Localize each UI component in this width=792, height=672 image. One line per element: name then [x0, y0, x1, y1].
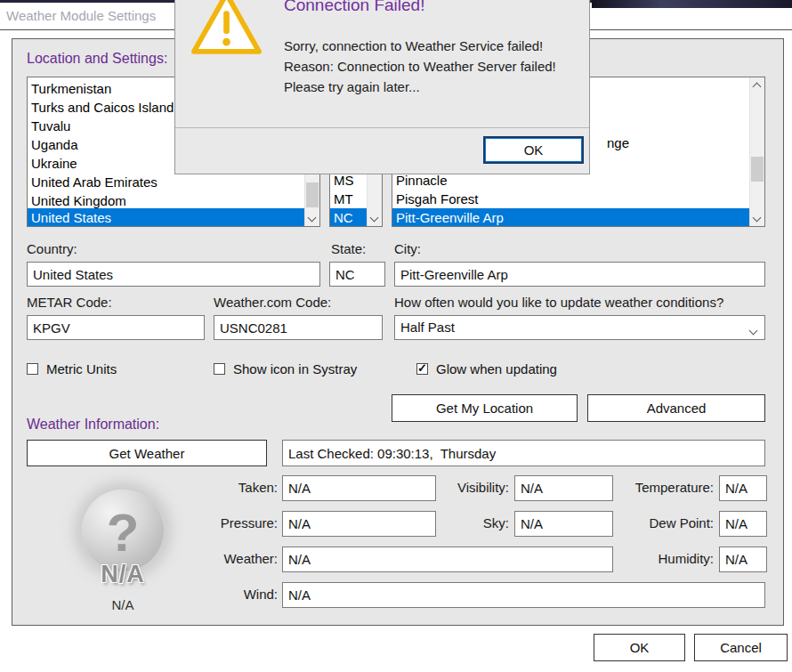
- checkbox-label: Metric Units: [46, 361, 117, 376]
- list-item[interactable]: Uganda: [28, 135, 78, 154]
- dew-point-label: Dew Point:: [614, 515, 714, 530]
- update-frequency-value: Half Past: [400, 320, 455, 335]
- temperature-field[interactable]: [719, 475, 767, 501]
- weather-field[interactable]: [282, 547, 613, 572]
- country-label: Country:: [27, 241, 77, 256]
- list-item[interactable]: MT: [330, 190, 353, 208]
- city-field[interactable]: [394, 262, 765, 287]
- visibility-label: Visibility:: [409, 480, 509, 495]
- temperature-label: Temperature:: [614, 480, 714, 495]
- humidity-field[interactable]: [719, 547, 767, 572]
- scroll-down-icon[interactable]: [368, 211, 382, 226]
- advanced-button[interactable]: Advanced: [587, 394, 765, 422]
- list-item[interactable]: Turks and Caicos Island: [28, 98, 174, 117]
- state-field[interactable]: [329, 262, 385, 287]
- taken-label: Taken:: [178, 480, 278, 495]
- list-item[interactable]: Tuvalu: [28, 117, 70, 135]
- get-my-location-button[interactable]: Get My Location: [392, 394, 578, 422]
- background-window-top-edge-right: [592, 0, 792, 8]
- check-icon: ✓: [417, 361, 427, 375]
- weather-com-code-field[interactable]: [214, 315, 383, 340]
- list-item[interactable]: Ukraine: [28, 154, 77, 173]
- sky-field[interactable]: [514, 511, 613, 537]
- error-line: Please try again later...: [284, 77, 556, 97]
- glow-when-updating-checkbox[interactable]: ✓ Glow when updating: [416, 361, 557, 376]
- list-item[interactable]: Pisgah Forest: [392, 190, 479, 208]
- update-frequency-label: How often would you like to update weath…: [394, 295, 723, 310]
- city-label: City:: [394, 241, 421, 256]
- location-settings-heading: Location and Settings:: [27, 51, 167, 67]
- pressure-label: Pressure:: [178, 515, 278, 530]
- weather-icon-na-caption: N/A: [82, 561, 164, 588]
- metar-code-field[interactable]: [27, 315, 205, 340]
- weather-com-code-label: Weather.com Code:: [214, 295, 331, 310]
- list-item-selected[interactable]: NC: [330, 208, 367, 227]
- error-line: Sorry, connection to Weather Service fai…: [284, 36, 556, 56]
- window-title: Weather Module Settings: [6, 8, 156, 23]
- last-checked-field[interactable]: [282, 440, 765, 466]
- country-field[interactable]: [27, 262, 320, 287]
- dew-point-field[interactable]: [719, 511, 767, 537]
- checkbox-box[interactable]: ✓: [416, 363, 428, 375]
- checkbox-box[interactable]: [214, 363, 225, 375]
- humidity-label: Humidity:: [614, 551, 714, 566]
- list-item[interactable]: Turkmenistan: [28, 79, 111, 98]
- show-icon-systray-checkbox[interactable]: Show icon in Systray: [214, 361, 357, 376]
- error-line: Reason: Connection to Weather Server fai…: [284, 56, 556, 77]
- cancel-button[interactable]: Cancel: [694, 634, 788, 661]
- metar-code-label: METAR Code:: [27, 295, 112, 310]
- checkbox-label: Show icon in Systray: [233, 361, 357, 376]
- wind-field[interactable]: [282, 582, 765, 608]
- sky-label: Sky:: [409, 515, 509, 530]
- list-item[interactable]: United Arab Emirates: [28, 173, 304, 191]
- scrollbar-thumb[interactable]: [751, 157, 764, 182]
- checkbox-label: Glow when updating: [436, 361, 557, 376]
- metric-units-checkbox[interactable]: Metric Units: [27, 361, 117, 376]
- list-item-selected[interactable]: United States: [28, 208, 304, 227]
- scrollbar-thumb[interactable]: [306, 182, 319, 207]
- question-mark-icon: ?: [107, 502, 140, 563]
- ok-button[interactable]: OK: [594, 634, 685, 661]
- chevron-down-icon: [749, 327, 758, 336]
- city-list-scrollbar[interactable]: [749, 77, 764, 226]
- visibility-field[interactable]: [514, 475, 613, 501]
- error-dialog-message: Sorry, connection to Weather Service fai…: [284, 36, 556, 97]
- list-item-partial[interactable]: nge: [603, 134, 629, 152]
- weather-unknown-icon: ?: [82, 490, 164, 571]
- scroll-down-icon[interactable]: [305, 211, 319, 226]
- error-ok-button[interactable]: OK: [483, 136, 584, 164]
- weather-icon-na-subcaption: N/A: [82, 597, 164, 612]
- get-weather-button[interactable]: Get Weather: [27, 440, 267, 466]
- warning-triangle-icon: [190, 0, 263, 60]
- state-label: State:: [331, 241, 366, 256]
- scroll-down-icon[interactable]: [750, 211, 764, 226]
- update-frequency-dropdown[interactable]: Half Past: [394, 315, 765, 340]
- checkbox-box[interactable]: [27, 363, 38, 375]
- wind-label: Wind:: [178, 587, 278, 602]
- weather-information-heading: Weather Information:: [27, 417, 159, 433]
- connection-failed-dialog: Connection Failed! Sorry, connection to …: [174, 0, 590, 174]
- list-item-selected[interactable]: Pitt-Greenville Arp: [392, 208, 749, 227]
- weather-label: Weather:: [178, 551, 278, 566]
- list-item[interactable]: United Kingdom: [28, 191, 304, 210]
- error-dialog-title: Connection Failed!: [284, 0, 424, 15]
- error-dialog-divider: [175, 127, 589, 128]
- scroll-up-icon[interactable]: [750, 77, 764, 93]
